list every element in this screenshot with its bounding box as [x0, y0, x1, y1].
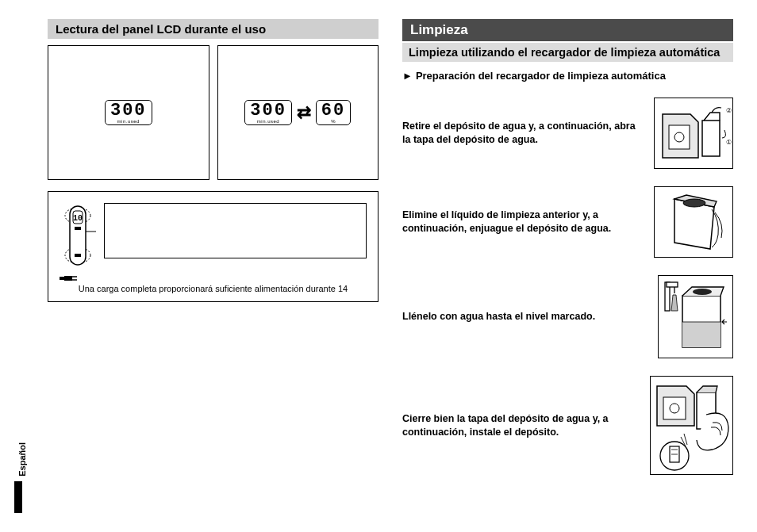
lcd-unit: min.used — [257, 119, 279, 124]
lcd-unit: % — [331, 119, 336, 124]
svg-rect-4 — [75, 227, 81, 230]
right-arrow-icon: ► — [402, 70, 413, 82]
svg-point-16 — [683, 199, 705, 207]
step-text: Llénelo con agua hasta el nivel marcado. — [402, 310, 644, 323]
lcd-value: 300 — [110, 102, 147, 120]
lcd-section-heading: Lectura del panel LCD durante el uso — [48, 19, 378, 39]
step-row: Cierre bien la tapa del depósito de agua… — [402, 376, 733, 475]
lcd-display: 300 min.used — [244, 100, 292, 125]
step-text: Elimine el líquido de limpieza anterior … — [402, 209, 640, 235]
charge-panel: 10 Una carga completa proporcionará sufi… — [48, 191, 378, 302]
cleaning-heading: Limpieza — [402, 19, 733, 41]
step-text: Cierre bien la tapa del depósito de agua… — [402, 412, 636, 439]
svg-point-24 — [670, 404, 679, 413]
steps-list: Retire el depósito de agua y, a continua… — [402, 98, 733, 475]
swap-arrows-icon: ⇄ — [297, 107, 311, 117]
svg-rect-22 — [667, 282, 678, 287]
plug-icon — [60, 274, 367, 282]
right-column: Limpieza Limpieza utilizando el recargad… — [402, 19, 733, 516]
shaver-icon: 10 — [60, 203, 96, 270]
svg-text:②: ② — [726, 107, 732, 114]
step-text: Retire el depósito de agua y, a continua… — [402, 120, 640, 147]
step-row: Retire el depósito de agua y, a continua… — [402, 98, 733, 169]
lcd-panel-2: 300 min.used ⇄ 60 % — [217, 45, 379, 180]
step-row: Elimine el líquido de limpieza anterior … — [402, 186, 733, 258]
charge-inner-box — [104, 203, 367, 258]
lcd-display: 60 % — [316, 100, 351, 125]
language-tab: Español — [17, 442, 27, 477]
step-illustration-1: ② ① — [654, 98, 733, 169]
svg-line-28 — [684, 434, 687, 445]
svg-rect-13 — [702, 121, 720, 156]
lcd-panel-1: 300 min.used — [48, 45, 209, 180]
left-column: Lectura del panel LCD durante el uso 300… — [48, 19, 378, 516]
language-marker-bar — [14, 481, 22, 513]
lcd-unit: min.used — [117, 119, 140, 124]
charge-caption: Una carga completa proporcionará suficie… — [60, 284, 367, 293]
step-row: Llénelo con agua hasta el nivel marcado. — [402, 275, 733, 358]
lcd-value: 300 — [250, 102, 286, 120]
svg-rect-8 — [60, 277, 64, 280]
svg-rect-7 — [64, 276, 72, 281]
svg-rect-19 — [682, 322, 720, 347]
svg-point-18 — [693, 289, 712, 295]
shaver-battery-value: 10 — [73, 214, 83, 223]
step-illustration-3 — [658, 275, 733, 358]
svg-point-12 — [674, 132, 684, 142]
lcd-value: 60 — [321, 102, 345, 120]
svg-text:①: ① — [726, 139, 732, 146]
prep-line: ►Preparación del recargador de limpieza … — [402, 70, 733, 82]
lcd-row: 300 min.used 300 min.used ⇄ 60 % — [48, 45, 378, 180]
prep-text: Preparación del recargador de limpieza a… — [416, 70, 666, 82]
cleaning-subheading: Limpieza utilizando el recargador de lim… — [402, 43, 733, 62]
step-illustration-2 — [654, 186, 733, 258]
svg-rect-6 — [75, 254, 81, 257]
step-illustration-4 — [650, 376, 733, 475]
lcd-display: 300 min.used — [105, 100, 152, 125]
